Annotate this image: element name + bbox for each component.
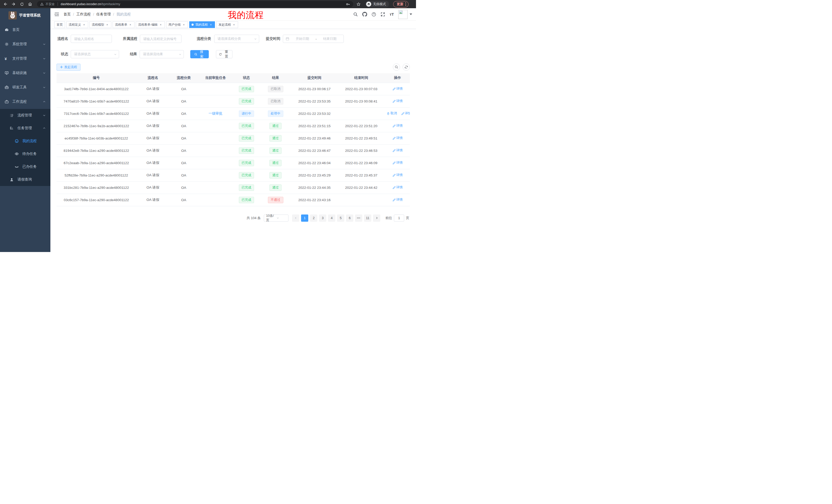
show-search-icon-button[interactable] [393,63,400,71]
detail-link[interactable]: 详情 [392,87,402,91]
next-page-button[interactable] [373,215,380,222]
cell-name: OA 请假 [136,132,170,144]
browser-menu-icon[interactable] [405,2,406,6]
sidebar-item-label: 任务管理 [18,126,32,131]
page-button-1[interactable]: 1 [301,215,308,222]
cell-task [198,83,233,95]
cell-end-time: 2022-01-22 23:44:42 [337,181,385,194]
browser-reload-button[interactable] [19,1,25,7]
close-icon[interactable]: × [159,23,162,26]
table-row: 2152467e-7b9b-11ec-9a1b-acde48001122 OA … [57,120,410,132]
detail-link[interactable]: 详情 [392,173,402,177]
close-icon[interactable]: × [129,23,132,26]
sidebar-item-task-mgmt[interactable]: 任务管理 [0,122,50,135]
page-button-2[interactable]: 2 [310,215,317,222]
result-badge: 通过 [269,172,282,178]
detail-link[interactable]: 详情 [392,198,402,202]
breadcrumb-home[interactable]: 首页 [63,12,71,17]
github-icon[interactable] [362,12,367,17]
process-category-select[interactable]: 请选择流程分类 [214,35,259,43]
address-bar[interactable]: 不安全 dashboard.yudao.iocoder.cn/bpm/task/… [37,1,353,7]
detail-link[interactable]: 详情 [392,161,402,165]
tab-process-form-edit[interactable]: 流程表单-编辑× [136,21,165,28]
user-avatar-menu[interactable] [398,10,412,19]
cell-submit-time: 2022-01-22 23:53:35 [291,95,338,107]
search-button[interactable]: 搜索 [190,50,209,58]
tags-view-bar: 首页 流程定义× 流程模型× 流程表单× 流程表单-编辑× 用户分组× 我的流程… [50,21,416,29]
page-button-6[interactable]: 6 [346,215,353,222]
close-icon[interactable]: × [232,23,236,26]
result-select[interactable]: 请选择流结果 [139,50,184,58]
sidebar-item-todo-tasks[interactable]: 待办任务 [0,147,50,160]
app-logo-row[interactable]: 芋道管理系统 [0,8,50,23]
close-icon[interactable]: × [105,23,109,26]
page-button-11[interactable]: 11 [364,215,371,222]
status-select[interactable]: 请选择状态 [71,50,119,58]
tab-process-definition[interactable]: 流程定义× [66,21,88,28]
submit-time-daterange[interactable]: 开始日期 - 结束日期 [283,35,344,43]
prev-page-button[interactable] [292,215,299,222]
font-size-icon[interactable]: тT [390,12,394,17]
process-name-label: 流程名 [57,36,68,41]
current-task-link[interactable]: 一级审批 [209,111,223,115]
sidebar-item-done-tasks[interactable]: 已办任务 [0,160,50,173]
cell-task [198,132,233,144]
tab-process-form[interactable]: 流程表单× [113,21,134,28]
sidebar-fold-icon[interactable] [54,12,59,17]
sidebar-item-process-mgmt[interactable]: 流程管理 [0,109,50,122]
status-badge: 已完成 [239,160,254,166]
end-date-placeholder[interactable]: 结束日期 [319,36,341,41]
detail-link[interactable]: 详情 [401,111,410,116]
refresh-table-button[interactable] [402,63,410,71]
tab-start-process[interactable]: 发起流程× [216,21,238,28]
browser-forward-button[interactable] [11,1,17,7]
detail-link[interactable]: 详情 [392,185,402,190]
breadcrumb-task-mgmt[interactable]: 任务管理 [97,12,111,17]
password-key-icon[interactable] [346,2,350,6]
sidebar-item-my-process[interactable]: 我的流程 [0,135,50,147]
process-name-input[interactable] [71,35,112,43]
sidebar-item-payment[interactable]: ¥ 支付管理 [0,51,50,66]
page-size-select[interactable]: 10条/页 [264,215,288,222]
help-icon[interactable] [371,12,376,17]
close-icon[interactable]: × [209,23,213,26]
start-date-placeholder[interactable]: 开始日期 [291,36,313,41]
create-process-button[interactable]: 发起流程 [57,64,80,71]
security-label[interactable]: 不安全 [46,2,55,6]
browser-update-button[interactable]: 更新 [393,1,409,7]
page-button-4[interactable]: 4 [328,215,335,222]
reset-button[interactable]: 重置 [216,50,232,58]
goto-page-input[interactable] [394,215,404,222]
detail-link[interactable]: 详情 [392,148,402,152]
bookmark-star-icon[interactable] [356,2,361,6]
tab-home[interactable]: 首页 [54,21,65,28]
detail-link[interactable]: 详情 [392,136,402,140]
status-badge: 已完成 [239,172,254,178]
cancel-link[interactable]: 取消 [387,111,397,116]
sidebar-item-system[interactable]: 系统管理 [0,37,50,51]
fullscreen-icon[interactable] [381,12,385,17]
browser-back-button[interactable] [3,1,8,7]
tab-my-process[interactable]: 我的流程× [189,21,215,28]
cell-category: OA [170,144,198,157]
search-icon[interactable] [353,12,358,17]
page-button-3[interactable]: 3 [319,215,326,222]
sidebar-item-leave-query[interactable]: 请假查询 [0,173,50,186]
url-text[interactable]: dashboard.yudao.iocoder.cn/bpm/task/my [61,2,120,6]
sidebar-item-home[interactable]: 首页 [0,23,50,37]
tab-process-model[interactable]: 流程模型× [89,21,111,28]
tab-user-group[interactable]: 用户分组× [166,21,188,28]
detail-link[interactable]: 详情 [392,123,402,128]
detail-link[interactable]: 详情 [392,99,402,103]
browser-home-button[interactable] [27,1,33,7]
sidebar-item-infrastructure[interactable]: 基础设施 [0,66,50,80]
breadcrumb-workflow[interactable]: 工作流程 [76,12,91,17]
page-button-5[interactable]: 5 [337,215,344,222]
process-definition-input[interactable] [140,35,182,43]
close-icon[interactable]: × [82,23,86,26]
close-icon[interactable]: × [182,23,186,26]
page-ellipsis[interactable]: ••• [355,215,362,222]
sidebar-item-workflow[interactable]: 工作流程 [0,94,50,109]
process-category-label: 流程分类 [196,36,211,41]
sidebar-item-devtools[interactable]: 研发工具 [0,80,50,94]
